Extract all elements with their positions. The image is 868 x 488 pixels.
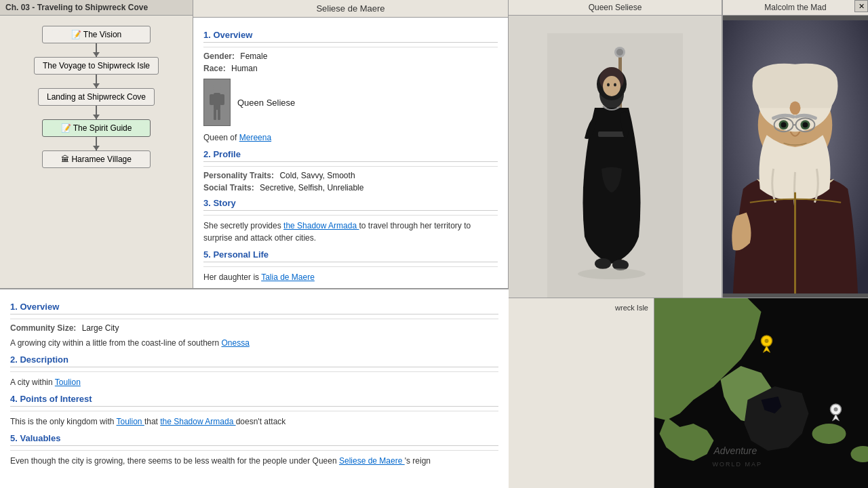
svg-point-25: [790, 101, 801, 115]
daughter-before: Her daughter is: [203, 272, 261, 282]
gender-label: Gender:: [203, 52, 235, 61]
flow-node-wrapper-landing: Landing at Shipwreck Cove: [10, 88, 182, 119]
svg-point-19: [578, 268, 646, 279]
svg-rect-5: [218, 109, 220, 120]
character-panel-title: Seliese de Maere: [193, 0, 508, 18]
flow-node-wrapper-spirit: 📝 The Spirit Guide: [10, 119, 182, 150]
flow-node-spirit[interactable]: 📝 The Spirit Guide: [42, 119, 151, 137]
toulion-link-1[interactable]: Toulion: [55, 378, 81, 387]
bottom-valuables-heading: 5. Valuables: [10, 433, 498, 446]
valuables-text-before: Even though the city is growing, there s…: [10, 456, 339, 466]
svg-rect-3: [220, 94, 224, 105]
malcolm-panel: Malcolm the Mad: [722, 0, 868, 298]
talia-link[interactable]: Talia de Maere: [261, 272, 315, 282]
right-top: Queen Seliese: [509, 0, 868, 298]
svg-point-15: [614, 83, 616, 87]
personality-label: Personality Traits:: [203, 171, 274, 180]
flow-arrow-4: [96, 137, 97, 150]
flow-node-landing[interactable]: Landing at Shipwreck Cove: [38, 88, 155, 106]
malcolm-title: Malcolm the Mad: [723, 0, 868, 16]
poi-text-middle: that: [144, 417, 160, 426]
bottom-section: 1. Overview Community Size: Large City A…: [0, 288, 509, 488]
svg-point-31: [781, 122, 787, 127]
overview-description: A growing city within a little from the …: [10, 337, 498, 349]
svg-point-14: [607, 83, 610, 87]
bottom-overview-heading: 1. Overview: [10, 302, 498, 314]
overview-heading: 1. Overview: [203, 30, 498, 43]
story-text-before: She secretly provides: [203, 221, 283, 230]
profile-divider: [203, 166, 498, 167]
svg-point-32: [802, 122, 808, 127]
close-button[interactable]: ✕: [854, 0, 868, 12]
bottom-valuables-divider: [10, 450, 498, 451]
chapter-title: Ch. 03 - Traveling to Shipwreck Cove: [0, 0, 193, 16]
map-panel: Adventure WORLD MAP: [654, 298, 868, 488]
story-text: She secretly provides the Shadow Armada …: [203, 220, 498, 244]
lower-right-info: wreck Isle: [509, 298, 654, 488]
story-divider: [203, 215, 498, 216]
character-thumbnail: [203, 79, 231, 126]
community-size-row: Community Size: Large City: [10, 323, 498, 333]
svg-rect-16: [598, 131, 625, 137]
story-heading: 3. Story: [203, 198, 498, 211]
flow-node-wrapper-voyage: The Voyage to Shipwreck Isle: [10, 57, 182, 88]
community-value: Large City: [82, 323, 119, 333]
toulion-link-2[interactable]: Toulion: [117, 417, 144, 426]
flow-arrow-2: [96, 75, 97, 88]
onessa-link[interactable]: Onessa: [221, 338, 249, 348]
personality-value: Cold, Savvy, Smooth: [279, 171, 355, 180]
queen-of-row: Queen of Mereena: [203, 131, 498, 144]
queen-portrait-title: Queen Seliese: [509, 0, 722, 16]
svg-point-9: [616, 49, 623, 56]
bottom-content-area: 1. Overview Community Size: Large City A…: [0, 289, 509, 488]
mereena-link[interactable]: Mereena: [239, 133, 271, 142]
svg-point-34: [812, 424, 846, 444]
svg-rect-4: [214, 109, 216, 120]
bottom-overview-divider: [10, 319, 498, 319]
right-bottom: wreck Isle: [509, 298, 868, 488]
community-label: Community Size:: [10, 323, 76, 333]
description-text: A city within Toulion: [10, 376, 498, 388]
flow-node-wrapper-haramee: 🏛 Haramee Village: [10, 150, 182, 168]
character-image-caption: Queen Seliese: [237, 98, 295, 108]
race-row: Race: Human: [203, 64, 498, 73]
race-label: Race:: [203, 64, 226, 73]
flow-node-voyage[interactable]: The Voyage to Shipwreck Isle: [34, 57, 159, 75]
shadow-armada-link-2[interactable]: the Shadow Armada: [160, 417, 235, 426]
gender-row: Gender: Female: [203, 52, 498, 61]
flow-arrow-1: [96, 43, 97, 57]
profile-heading: 2. Profile: [203, 149, 498, 162]
social-value: Secretive, Selfish, Unreliable: [260, 183, 363, 192]
svg-point-39: [834, 407, 838, 411]
bottom-description-divider: [10, 371, 498, 372]
queen-portrait-panel: Queen Seliese: [509, 0, 722, 298]
overview-desc-text: A growing city within a little from the …: [10, 338, 221, 348]
queen-portrait-image: [509, 16, 722, 298]
daughter-row: Her daughter is Talia de Maere: [203, 271, 498, 283]
valuables-text-after: 's reign: [405, 456, 431, 466]
malcolm-portrait-image: [723, 16, 868, 298]
shadow-armada-link[interactable]: the Shadow Armada: [283, 221, 359, 230]
bottom-poi-divider: [10, 411, 498, 411]
overview-divider: [203, 47, 498, 47]
flow-node-haramee[interactable]: 🏛 Haramee Village: [42, 150, 151, 168]
flow-node-vision[interactable]: 📝 The Vision: [42, 26, 151, 43]
desc-text-before: A city within: [10, 378, 55, 387]
svg-rect-1: [214, 93, 220, 110]
svg-point-37: [765, 339, 769, 343]
seliese-link[interactable]: Seliese de Maere: [339, 456, 405, 466]
svg-point-17: [595, 258, 611, 269]
flow-node-wrapper-vision: 📝 The Vision: [10, 26, 182, 57]
poi-text: This is the only kingdom with Toulion th…: [10, 415, 498, 428]
svg-text:Adventure: Adventure: [713, 445, 757, 456]
right-area: Queen Seliese: [509, 0, 868, 488]
race-value: Human: [231, 64, 258, 73]
svg-text:WORLD MAP: WORLD MAP: [713, 461, 763, 468]
queen-of-label: Queen of: [203, 133, 239, 142]
social-row: Social Traits: Secretive, Selfish, Unrel…: [203, 183, 498, 192]
svg-point-0: [213, 83, 221, 92]
svg-point-13: [603, 76, 620, 96]
character-image-box: Queen Seliese: [203, 79, 498, 126]
bottom-description-heading: 2. Description: [10, 354, 498, 367]
flow-arrow-3: [96, 106, 97, 119]
